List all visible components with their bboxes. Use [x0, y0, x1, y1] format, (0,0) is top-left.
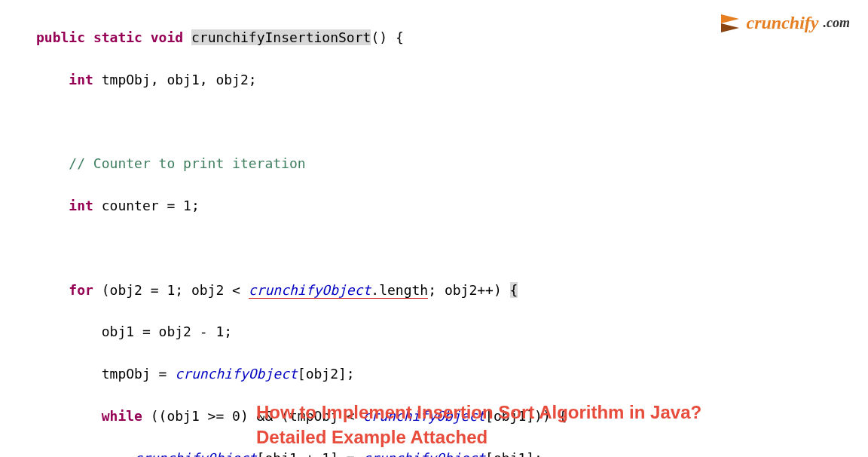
- code-text: counter = 1;: [93, 198, 200, 213]
- field-ref: crunchifyObject: [134, 450, 257, 457]
- field-ref: crunchifyObject: [175, 366, 298, 382]
- keyword-int: int: [69, 198, 93, 213]
- article-title-overlay: How to Implement Insertion Sort Algorith…: [256, 400, 701, 449]
- overlay-line1: How to Implement Insertion Sort Algorith…: [256, 400, 701, 425]
- code-line: tmpObj = crunchifyObject[obj2];: [36, 363, 868, 385]
- code-text: [obj2];: [298, 366, 355, 382]
- keyword-while: while: [102, 408, 142, 424]
- code-line: for (obj2 = 1; obj2 < crunchifyObject.le…: [36, 280, 868, 301]
- code-line: [36, 111, 868, 132]
- keyword-static: static: [93, 29, 142, 45]
- method-name-highlight: crunchifyInsertionSort: [191, 29, 371, 45]
- code-line: int counter = 1;: [36, 195, 868, 216]
- code-text: .length: [371, 282, 428, 298]
- field-ref: crunchifyObject: [249, 282, 371, 298]
- keyword-void: void: [151, 29, 183, 45]
- code-text: (obj2 = 1; obj2 <: [93, 282, 249, 298]
- keyword-for: for: [69, 282, 93, 298]
- code-text: [obj1 + 1] =: [257, 450, 363, 457]
- underlined-expr: crunchifyObject.length: [249, 282, 428, 299]
- code-line: [36, 238, 868, 259]
- logo-brand-text: crunchify: [747, 9, 819, 37]
- field-ref: crunchifyObject: [363, 450, 486, 457]
- code-text: tmpObj =: [102, 366, 176, 382]
- code-line: int tmpObj, obj1, obj2;: [36, 69, 868, 90]
- logo-tld-text: .com: [824, 13, 851, 34]
- code-block: public static void crunchifyInsertionSor…: [0, 0, 868, 457]
- logo-icon: [721, 14, 742, 32]
- keyword-int: int: [69, 72, 93, 87]
- code-text: () {: [371, 29, 403, 45]
- code-text: [obj1];: [485, 450, 542, 457]
- code-line: // Counter to print iteration: [36, 153, 868, 174]
- code-text: tmpObj, obj1, obj2;: [93, 72, 257, 87]
- brace-open: {: [510, 282, 518, 298]
- comment: // Counter to print iteration: [69, 155, 305, 171]
- overlay-line2: Detailed Example Attached: [256, 425, 701, 449]
- code-text: obj1 = obj2 - 1;: [102, 324, 232, 339]
- code-line: obj1 = obj2 - 1;: [36, 321, 868, 342]
- keyword-public: public: [36, 29, 85, 45]
- brand-logo: crunchify.com: [721, 9, 851, 37]
- code-text: ; obj2++): [428, 282, 509, 298]
